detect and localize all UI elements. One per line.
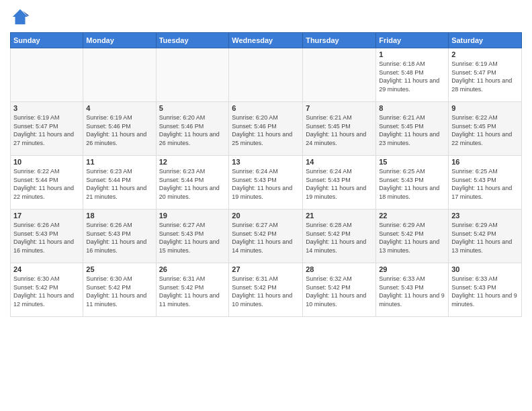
calendar-week-row: 10Sunrise: 6:22 AM Sunset: 5:44 PM Dayli… — [11, 156, 522, 210]
day-info: Sunrise: 6:33 AM Sunset: 5:43 PM Dayligh… — [379, 275, 445, 308]
calendar-cell — [156, 48, 229, 102]
svg-marker-0 — [13, 9, 28, 25]
day-info: Sunrise: 6:20 AM Sunset: 5:46 PM Dayligh… — [232, 113, 300, 147]
calendar-cell: 21Sunrise: 6:28 AM Sunset: 5:42 PM Dayli… — [303, 210, 376, 263]
logo-icon — [10, 7, 30, 27]
calendar-cell: 13Sunrise: 6:24 AM Sunset: 5:43 PM Dayli… — [229, 156, 303, 210]
day-info: Sunrise: 6:21 AM Sunset: 5:45 PM Dayligh… — [306, 113, 373, 147]
calendar-cell: 18Sunrise: 6:26 AM Sunset: 5:43 PM Dayli… — [83, 210, 156, 263]
day-info: Sunrise: 6:30 AM Sunset: 5:42 PM Dayligh… — [86, 275, 152, 308]
day-number: 7 — [306, 104, 373, 112]
day-number: 17 — [13, 212, 80, 220]
day-info: Sunrise: 6:20 AM Sunset: 5:46 PM Dayligh… — [159, 113, 226, 147]
day-info: Sunrise: 6:19 AM Sunset: 5:47 PM Dayligh… — [451, 60, 519, 93]
calendar-cell: 1Sunrise: 6:18 AM Sunset: 5:48 PM Daylig… — [376, 48, 449, 102]
day-number: 14 — [306, 158, 373, 166]
calendar-cell: 28Sunrise: 6:32 AM Sunset: 5:42 PM Dayli… — [303, 263, 376, 317]
day-number: 20 — [232, 212, 300, 220]
day-number: 3 — [13, 104, 80, 112]
calendar-cell: 15Sunrise: 6:25 AM Sunset: 5:43 PM Dayli… — [376, 156, 449, 210]
calendar-cell: 19Sunrise: 6:27 AM Sunset: 5:43 PM Dayli… — [156, 210, 229, 263]
day-number: 4 — [86, 104, 152, 112]
calendar-cell: 8Sunrise: 6:21 AM Sunset: 5:45 PM Daylig… — [376, 102, 449, 156]
calendar-cell: 12Sunrise: 6:23 AM Sunset: 5:44 PM Dayli… — [156, 156, 229, 210]
weekday-header: Friday — [376, 33, 449, 48]
weekday-header: Thursday — [303, 33, 376, 48]
calendar-cell: 4Sunrise: 6:19 AM Sunset: 5:46 PM Daylig… — [83, 102, 156, 156]
day-info: Sunrise: 6:19 AM Sunset: 5:46 PM Dayligh… — [86, 113, 152, 147]
calendar-cell: 3Sunrise: 6:19 AM Sunset: 5:47 PM Daylig… — [11, 102, 83, 156]
day-number: 28 — [306, 265, 373, 273]
day-number: 26 — [159, 265, 226, 273]
calendar-cell: 26Sunrise: 6:31 AM Sunset: 5:42 PM Dayli… — [156, 263, 229, 317]
logo — [10, 7, 33, 27]
calendar-cell: 27Sunrise: 6:31 AM Sunset: 5:42 PM Dayli… — [229, 263, 303, 317]
day-info: Sunrise: 6:26 AM Sunset: 5:43 PM Dayligh… — [13, 221, 80, 255]
day-number: 23 — [451, 212, 519, 220]
day-number: 27 — [232, 265, 300, 273]
calendar-cell: 11Sunrise: 6:23 AM Sunset: 5:44 PM Dayli… — [83, 156, 156, 210]
day-number: 18 — [86, 212, 152, 220]
page: SundayMondayTuesdayWednesdayThursdayFrid… — [0, 0, 532, 411]
calendar-cell: 22Sunrise: 6:29 AM Sunset: 5:42 PM Dayli… — [376, 210, 449, 263]
day-info: Sunrise: 6:31 AM Sunset: 5:42 PM Dayligh… — [232, 275, 300, 308]
day-info: Sunrise: 6:32 AM Sunset: 5:42 PM Dayligh… — [306, 275, 373, 308]
day-info: Sunrise: 6:31 AM Sunset: 5:42 PM Dayligh… — [159, 275, 226, 308]
weekday-header: Wednesday — [229, 33, 303, 48]
calendar-cell: 24Sunrise: 6:30 AM Sunset: 5:42 PM Dayli… — [11, 263, 83, 317]
day-number: 29 — [379, 265, 445, 273]
day-info: Sunrise: 6:24 AM Sunset: 5:43 PM Dayligh… — [306, 167, 373, 201]
day-info: Sunrise: 6:27 AM Sunset: 5:42 PM Dayligh… — [232, 221, 300, 255]
day-info: Sunrise: 6:25 AM Sunset: 5:43 PM Dayligh… — [379, 167, 445, 201]
day-info: Sunrise: 6:21 AM Sunset: 5:45 PM Dayligh… — [379, 113, 445, 147]
calendar-cell: 23Sunrise: 6:29 AM Sunset: 5:42 PM Dayli… — [449, 210, 522, 263]
day-info: Sunrise: 6:22 AM Sunset: 5:45 PM Dayligh… — [451, 113, 519, 147]
calendar-cell — [11, 48, 83, 102]
calendar-cell — [303, 48, 376, 102]
calendar-cell: 2Sunrise: 6:19 AM Sunset: 5:47 PM Daylig… — [449, 48, 522, 102]
day-info: Sunrise: 6:26 AM Sunset: 5:43 PM Dayligh… — [86, 221, 152, 255]
weekday-header: Monday — [83, 33, 156, 48]
day-number: 22 — [379, 212, 445, 220]
day-number: 15 — [379, 158, 445, 166]
calendar-cell: 10Sunrise: 6:22 AM Sunset: 5:44 PM Dayli… — [11, 156, 83, 210]
calendar-cell: 25Sunrise: 6:30 AM Sunset: 5:42 PM Dayli… — [83, 263, 156, 317]
calendar-week-row: 24Sunrise: 6:30 AM Sunset: 5:42 PM Dayli… — [11, 263, 522, 317]
day-number: 11 — [86, 158, 152, 166]
day-info: Sunrise: 6:30 AM Sunset: 5:42 PM Dayligh… — [13, 275, 80, 308]
calendar-body: 1Sunrise: 6:18 AM Sunset: 5:48 PM Daylig… — [11, 48, 522, 317]
day-info: Sunrise: 6:23 AM Sunset: 5:44 PM Dayligh… — [159, 167, 226, 201]
calendar-cell: 5Sunrise: 6:20 AM Sunset: 5:46 PM Daylig… — [156, 102, 229, 156]
weekday-header: Tuesday — [156, 33, 229, 48]
day-number: 6 — [232, 104, 300, 112]
day-info: Sunrise: 6:28 AM Sunset: 5:42 PM Dayligh… — [306, 221, 373, 255]
day-number: 16 — [451, 158, 519, 166]
day-number: 1 — [379, 50, 445, 58]
day-number: 5 — [159, 104, 226, 112]
calendar-cell: 6Sunrise: 6:20 AM Sunset: 5:46 PM Daylig… — [229, 102, 303, 156]
day-info: Sunrise: 6:24 AM Sunset: 5:43 PM Dayligh… — [232, 167, 300, 201]
day-number: 10 — [13, 158, 80, 166]
calendar-header: SundayMondayTuesdayWednesdayThursdayFrid… — [11, 33, 522, 48]
day-info: Sunrise: 6:19 AM Sunset: 5:47 PM Dayligh… — [13, 113, 80, 147]
day-info: Sunrise: 6:27 AM Sunset: 5:43 PM Dayligh… — [159, 221, 226, 255]
weekday-header: Saturday — [449, 33, 522, 48]
calendar: SundayMondayTuesdayWednesdayThursdayFrid… — [10, 32, 522, 317]
calendar-cell: 14Sunrise: 6:24 AM Sunset: 5:43 PM Dayli… — [303, 156, 376, 210]
weekday-row: SundayMondayTuesdayWednesdayThursdayFrid… — [11, 33, 522, 48]
day-number: 2 — [451, 50, 519, 58]
calendar-cell: 30Sunrise: 6:33 AM Sunset: 5:43 PM Dayli… — [449, 263, 522, 317]
calendar-cell: 16Sunrise: 6:25 AM Sunset: 5:43 PM Dayli… — [449, 156, 522, 210]
day-info: Sunrise: 6:25 AM Sunset: 5:43 PM Dayligh… — [451, 167, 519, 201]
calendar-cell — [229, 48, 303, 102]
calendar-cell: 29Sunrise: 6:33 AM Sunset: 5:43 PM Dayli… — [376, 263, 449, 317]
day-number: 25 — [86, 265, 152, 273]
day-number: 13 — [232, 158, 300, 166]
calendar-cell: 9Sunrise: 6:22 AM Sunset: 5:45 PM Daylig… — [449, 102, 522, 156]
day-number: 8 — [379, 104, 445, 112]
day-number: 19 — [159, 212, 226, 220]
day-number: 9 — [451, 104, 519, 112]
day-info: Sunrise: 6:23 AM Sunset: 5:44 PM Dayligh… — [86, 167, 152, 201]
calendar-week-row: 1Sunrise: 6:18 AM Sunset: 5:48 PM Daylig… — [11, 48, 522, 102]
day-info: Sunrise: 6:29 AM Sunset: 5:42 PM Dayligh… — [379, 221, 445, 255]
